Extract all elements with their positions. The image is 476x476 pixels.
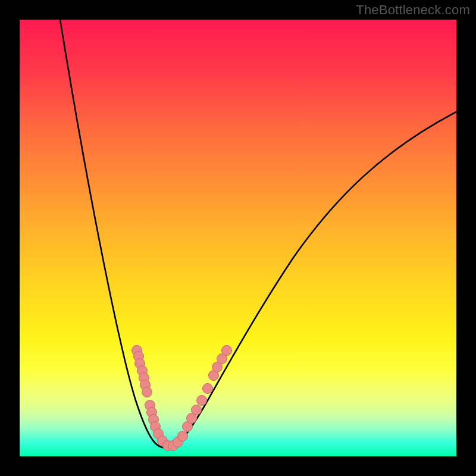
data-point [178, 431, 188, 441]
watermark-text: TheBottleneck.com [356, 2, 470, 18]
data-point [192, 405, 202, 415]
dot-cluster [132, 346, 232, 451]
data-point [203, 384, 213, 394]
chart-frame: TheBottleneck.com [0, 0, 476, 476]
data-point [142, 387, 152, 397]
data-point [197, 396, 207, 406]
data-point [222, 346, 232, 356]
chart-svg [20, 20, 456, 456]
plot-area [20, 20, 456, 456]
primary-curve [60, 20, 456, 448]
